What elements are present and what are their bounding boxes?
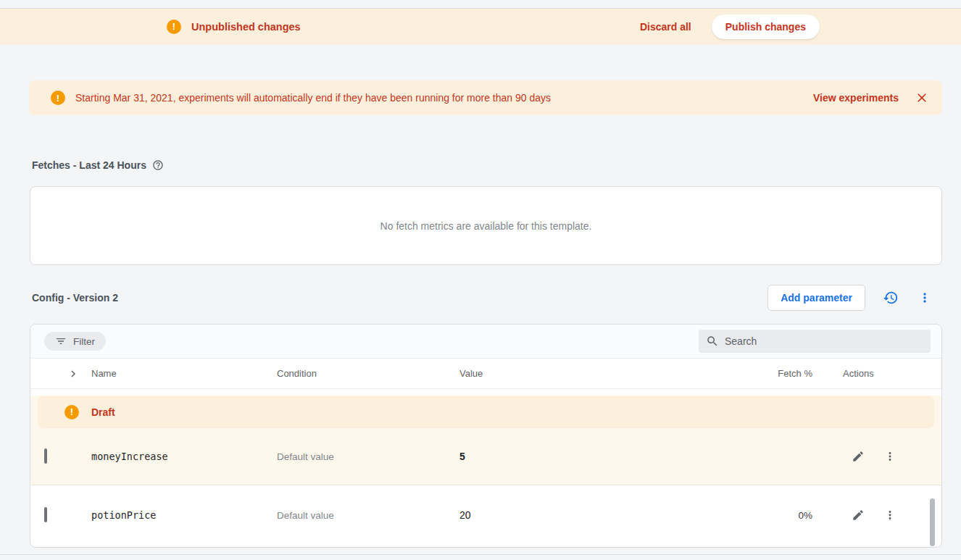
- draft-section: ! Draft moneyIncrease Default value 5: [30, 396, 941, 485]
- column-header-condition: Condition: [277, 368, 459, 379]
- unpublished-changes-message: ! Unpublished changes: [167, 9, 301, 44]
- close-icon: [915, 91, 929, 105]
- unpublished-changes-bar: ! Unpublished changes Discard all Publis…: [0, 8, 961, 44]
- row-checkbox[interactable]: [44, 448, 47, 464]
- edit-parameter-button[interactable]: [852, 450, 865, 463]
- table-row[interactable]: potionPrice Default value 20 0%: [30, 485, 941, 545]
- fetches-title: Fetches - Last 24 Hours: [32, 159, 146, 171]
- row-checkbox[interactable]: [44, 507, 47, 522]
- publish-bar-actions: Discard all Publish changes: [640, 9, 820, 44]
- parameter-value: 5: [459, 451, 752, 462]
- parameter-name: potionPrice: [91, 509, 277, 521]
- scrollbar-thumb[interactable]: [930, 498, 935, 546]
- search-input[interactable]: [725, 335, 923, 347]
- warning-icon: !: [167, 20, 181, 34]
- bottom-divider: [0, 554, 961, 555]
- edit-parameter-button[interactable]: [852, 509, 865, 522]
- row-menu-button[interactable]: [883, 509, 896, 522]
- draft-label: Draft: [91, 406, 115, 418]
- add-parameter-button[interactable]: Add parameter: [767, 285, 865, 311]
- publish-changes-button[interactable]: Publish changes: [712, 14, 820, 39]
- fetch-metrics-empty-message: No fetch metrics are available for this …: [380, 220, 592, 232]
- parameter-name: moneyIncrease: [91, 451, 277, 462]
- fetches-section-header: Fetches - Last 24 Hours: [32, 159, 164, 171]
- kebab-menu-icon: [883, 509, 896, 522]
- filter-icon: [55, 335, 67, 347]
- pencil-icon: [852, 450, 865, 463]
- table-toolbar: Filter: [30, 325, 941, 359]
- version-history-button[interactable]: [883, 290, 899, 306]
- draft-banner: ! Draft: [38, 396, 934, 428]
- search-box: [699, 330, 931, 353]
- row-actions: [833, 450, 941, 463]
- config-menu-button[interactable]: [918, 291, 932, 305]
- config-controls: Add parameter: [767, 284, 932, 312]
- search-icon: [706, 335, 719, 348]
- pencil-icon: [852, 509, 865, 522]
- discard-all-button[interactable]: Discard all: [640, 21, 691, 33]
- column-header-value: Value: [459, 368, 752, 379]
- parameters-table: Filter Name Condition Value Fetch % Acti…: [30, 324, 942, 548]
- history-icon: [883, 290, 899, 306]
- row-menu-button[interactable]: [883, 450, 896, 463]
- warning-icon: !: [51, 91, 65, 105]
- experiments-notice-banner: ! Starting Mar 31, 2021, experiments wil…: [29, 80, 942, 115]
- help-icon[interactable]: [152, 159, 164, 171]
- filter-button[interactable]: Filter: [44, 332, 106, 351]
- unpublished-changes-label: Unpublished changes: [191, 21, 301, 33]
- row-actions: [833, 509, 941, 522]
- remote-config-page: ! Unpublished changes Discard all Publis…: [0, 0, 961, 560]
- table-header-row: Name Condition Value Fetch % Actions: [30, 359, 941, 389]
- parameter-condition: Default value: [277, 451, 459, 462]
- warning-icon: !: [65, 405, 79, 419]
- parameter-fetch-pct: 0%: [752, 510, 833, 521]
- column-header-fetch: Fetch %: [752, 368, 833, 379]
- parameter-condition: Default value: [277, 510, 459, 521]
- parameter-value: 20: [459, 509, 752, 521]
- kebab-menu-icon: [918, 291, 932, 305]
- config-section-header: Config - Version 2: [32, 292, 118, 304]
- experiments-notice-text: Starting Mar 31, 2021, experiments will …: [75, 92, 551, 104]
- column-header-actions: Actions: [833, 368, 941, 379]
- table-row[interactable]: moneyIncrease Default value 5: [30, 428, 941, 485]
- close-banner-button[interactable]: [915, 91, 929, 105]
- row-checkbox-cell: [30, 450, 91, 463]
- kebab-menu-icon: [883, 450, 896, 463]
- row-checkbox-cell: [30, 509, 91, 522]
- expand-all-button[interactable]: [30, 367, 91, 380]
- config-title: Config - Version 2: [32, 292, 118, 304]
- view-experiments-link[interactable]: View experiments: [813, 92, 899, 104]
- filter-label: Filter: [73, 336, 95, 347]
- fetch-metrics-card: No fetch metrics are available for this …: [30, 186, 942, 265]
- column-header-name: Name: [91, 368, 277, 379]
